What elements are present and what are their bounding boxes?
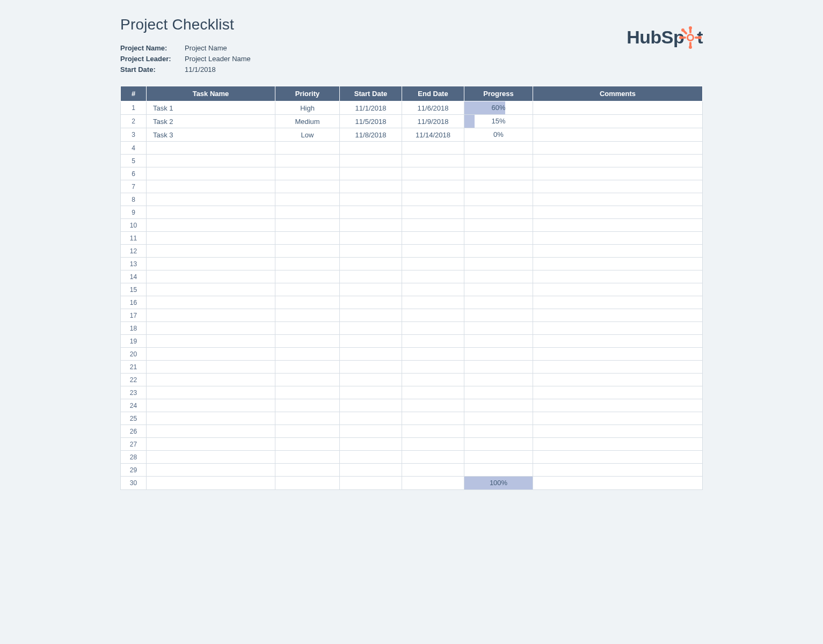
cell-priority[interactable] bbox=[275, 283, 340, 296]
cell-progress[interactable] bbox=[464, 425, 533, 438]
cell-task-name[interactable] bbox=[147, 412, 275, 425]
cell-end-date[interactable] bbox=[402, 438, 464, 451]
cell-start-date[interactable] bbox=[340, 335, 402, 348]
cell-end-date[interactable] bbox=[402, 219, 464, 232]
cell-priority[interactable] bbox=[275, 193, 340, 206]
cell-end-date[interactable] bbox=[402, 193, 464, 206]
cell-comments[interactable] bbox=[533, 155, 703, 167]
cell-priority[interactable] bbox=[275, 206, 340, 219]
cell-task-name[interactable]: Task 3 bbox=[147, 128, 275, 142]
cell-end-date[interactable]: 11/6/2018 bbox=[402, 101, 464, 115]
cell-priority[interactable] bbox=[275, 245, 340, 258]
cell-task-name[interactable] bbox=[147, 142, 275, 155]
cell-progress[interactable] bbox=[464, 142, 533, 155]
cell-start-date[interactable] bbox=[340, 206, 402, 219]
cell-priority[interactable] bbox=[275, 270, 340, 283]
cell-priority[interactable] bbox=[275, 451, 340, 464]
cell-priority[interactable] bbox=[275, 464, 340, 477]
cell-end-date[interactable] bbox=[402, 206, 464, 219]
cell-end-date[interactable]: 11/14/2018 bbox=[402, 128, 464, 142]
cell-start-date[interactable] bbox=[340, 374, 402, 386]
cell-end-date[interactable] bbox=[402, 322, 464, 335]
cell-progress[interactable] bbox=[464, 167, 533, 180]
cell-priority[interactable] bbox=[275, 374, 340, 386]
cell-task-name[interactable] bbox=[147, 451, 275, 464]
meta-value-project-leader[interactable]: Project Leader Name bbox=[185, 54, 251, 64]
cell-task-name[interactable]: Task 1 bbox=[147, 101, 275, 115]
cell-comments[interactable] bbox=[533, 193, 703, 206]
cell-priority[interactable] bbox=[275, 438, 340, 451]
cell-task-name[interactable] bbox=[147, 322, 275, 335]
cell-progress[interactable] bbox=[464, 180, 533, 193]
cell-priority[interactable] bbox=[275, 425, 340, 438]
cell-end-date[interactable] bbox=[402, 425, 464, 438]
cell-start-date[interactable] bbox=[340, 477, 402, 490]
cell-start-date[interactable] bbox=[340, 451, 402, 464]
cell-start-date[interactable] bbox=[340, 438, 402, 451]
cell-progress[interactable]: 100% bbox=[464, 477, 533, 490]
cell-end-date[interactable] bbox=[402, 361, 464, 374]
cell-end-date[interactable] bbox=[402, 232, 464, 245]
cell-comments[interactable] bbox=[533, 464, 703, 477]
cell-comments[interactable] bbox=[533, 206, 703, 219]
cell-comments[interactable] bbox=[533, 142, 703, 155]
cell-task-name[interactable] bbox=[147, 283, 275, 296]
cell-progress[interactable] bbox=[464, 412, 533, 425]
cell-end-date[interactable] bbox=[402, 399, 464, 412]
cell-start-date[interactable] bbox=[340, 232, 402, 245]
cell-comments[interactable] bbox=[533, 361, 703, 374]
cell-progress[interactable] bbox=[464, 219, 533, 232]
cell-progress[interactable] bbox=[464, 374, 533, 386]
cell-end-date[interactable] bbox=[402, 142, 464, 155]
cell-task-name[interactable] bbox=[147, 399, 275, 412]
cell-task-name[interactable] bbox=[147, 425, 275, 438]
cell-priority[interactable]: Low bbox=[275, 128, 340, 142]
cell-start-date[interactable] bbox=[340, 283, 402, 296]
cell-end-date[interactable] bbox=[402, 155, 464, 167]
cell-progress[interactable] bbox=[464, 232, 533, 245]
cell-progress[interactable] bbox=[464, 322, 533, 335]
cell-task-name[interactable] bbox=[147, 477, 275, 490]
cell-priority[interactable] bbox=[275, 477, 340, 490]
cell-start-date[interactable] bbox=[340, 412, 402, 425]
cell-priority[interactable] bbox=[275, 167, 340, 180]
cell-task-name[interactable] bbox=[147, 464, 275, 477]
cell-priority[interactable] bbox=[275, 335, 340, 348]
cell-priority[interactable] bbox=[275, 348, 340, 361]
cell-end-date[interactable] bbox=[402, 180, 464, 193]
cell-priority[interactable] bbox=[275, 258, 340, 270]
cell-progress[interactable] bbox=[464, 335, 533, 348]
cell-comments[interactable] bbox=[533, 425, 703, 438]
cell-progress[interactable] bbox=[464, 258, 533, 270]
cell-end-date[interactable] bbox=[402, 296, 464, 309]
cell-priority[interactable] bbox=[275, 180, 340, 193]
cell-priority[interactable] bbox=[275, 219, 340, 232]
cell-end-date[interactable] bbox=[402, 386, 464, 399]
cell-task-name[interactable] bbox=[147, 245, 275, 258]
cell-comments[interactable] bbox=[533, 309, 703, 322]
cell-task-name[interactable] bbox=[147, 361, 275, 374]
cell-priority[interactable]: Medium bbox=[275, 115, 340, 128]
cell-start-date[interactable] bbox=[340, 155, 402, 167]
cell-start-date[interactable] bbox=[340, 219, 402, 232]
cell-end-date[interactable] bbox=[402, 348, 464, 361]
cell-progress[interactable] bbox=[464, 464, 533, 477]
cell-start-date[interactable] bbox=[340, 399, 402, 412]
cell-start-date[interactable] bbox=[340, 270, 402, 283]
meta-value-project-name[interactable]: Project Name bbox=[185, 43, 227, 54]
cell-comments[interactable] bbox=[533, 399, 703, 412]
cell-priority[interactable] bbox=[275, 296, 340, 309]
cell-comments[interactable] bbox=[533, 258, 703, 270]
cell-progress[interactable]: 15% bbox=[464, 115, 533, 128]
cell-start-date[interactable]: 11/1/2018 bbox=[340, 101, 402, 115]
cell-priority[interactable] bbox=[275, 399, 340, 412]
cell-end-date[interactable] bbox=[402, 412, 464, 425]
cell-end-date[interactable] bbox=[402, 167, 464, 180]
cell-task-name[interactable] bbox=[147, 270, 275, 283]
cell-task-name[interactable] bbox=[147, 155, 275, 167]
cell-end-date[interactable] bbox=[402, 477, 464, 490]
cell-progress[interactable]: 60% bbox=[464, 101, 533, 115]
cell-comments[interactable] bbox=[533, 386, 703, 399]
cell-task-name[interactable] bbox=[147, 296, 275, 309]
cell-comments[interactable] bbox=[533, 477, 703, 490]
